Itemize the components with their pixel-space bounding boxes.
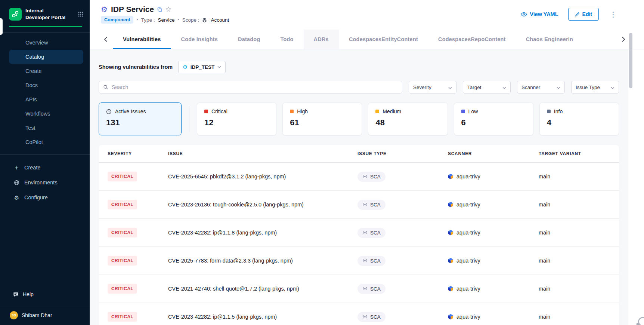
sidebar-item-create[interactable]: Create xyxy=(9,64,83,78)
tabs-scroll-right-icon[interactable] xyxy=(618,30,629,49)
table-row[interactable]: CRITICALCVE-2025-7783: form-data@2.3.3 (… xyxy=(99,247,619,275)
sidebar: Internal Developer Portal OverviewCatalo… xyxy=(0,0,90,325)
filter-label: Target xyxy=(467,85,482,90)
stat-card-critical[interactable]: Critical12 xyxy=(197,102,276,135)
target-filter-select[interactable]: Target xyxy=(463,81,511,93)
avatar: SD xyxy=(10,311,18,319)
stat-label: Medium xyxy=(383,108,401,114)
sidebar-item-apis[interactable]: APIs xyxy=(9,92,83,107)
view-yaml-button[interactable]: View YAML xyxy=(521,11,558,17)
help-button[interactable]: Help xyxy=(0,287,90,301)
chevron-down-icon xyxy=(502,85,506,90)
app-root: Internal Developer Portal OverviewCatalo… xyxy=(0,0,644,325)
user-menu[interactable]: SD Shibam Dhar xyxy=(0,306,90,325)
tab-codespacesentitycontent[interactable]: CodespacesEntityContent xyxy=(339,30,428,49)
table-row[interactable]: CRITICALCVE-2021-42740: shell-quote@1.7.… xyxy=(99,275,619,303)
project-select[interactable]: ⚙ IDP_TEST xyxy=(178,61,226,73)
aqua-trivy-icon xyxy=(448,230,453,236)
stat-card-high[interactable]: High61 xyxy=(282,102,362,135)
scanner-name: aqua-trivy xyxy=(456,314,480,320)
tabs-strip: VulnerabilitiesCode InsightsDatadogTodoA… xyxy=(113,30,618,49)
sidebar-item-test[interactable]: Test xyxy=(9,121,83,135)
aqua-trivy-icon xyxy=(448,286,453,292)
type-label: Type : xyxy=(141,17,155,23)
vertical-scrollbar[interactable] xyxy=(629,33,632,88)
tab-vulnerabilities[interactable]: Vulnerabilities xyxy=(113,30,171,49)
sidebar-actions: +CreateEnvironments⚙Configure xyxy=(0,160,90,205)
star-icon[interactable] xyxy=(165,6,171,12)
aqua-trivy-icon xyxy=(448,202,453,208)
sca-scan-icon xyxy=(362,174,368,179)
scanner-name: aqua-trivy xyxy=(456,174,480,180)
issue-type-pill: SCA xyxy=(357,256,386,266)
severity-badge: CRITICAL xyxy=(108,312,137,322)
table-row[interactable]: CRITICALCVE-2023-42282: ip@1.1.8 (lang-p… xyxy=(99,219,619,247)
table-row[interactable]: CRITICALCVE-2023-26136: tough-cookie@2.5… xyxy=(99,191,619,219)
stats-divider xyxy=(189,106,189,132)
column-header-severity: SEVERITY xyxy=(108,151,168,156)
chevron-down-icon xyxy=(217,66,221,68)
tab-code-insights[interactable]: Code Insights xyxy=(171,30,228,49)
stat-card-low[interactable]: Low6 xyxy=(454,102,533,135)
search-input[interactable] xyxy=(112,84,398,90)
main-area: ⚙ IDP Service Component • Type : Service… xyxy=(90,0,644,325)
issue-title: CVE-2021-42740: shell-quote@1.7.2 (lang-… xyxy=(168,286,357,292)
target-variant: main xyxy=(539,230,619,236)
tab-datadog[interactable]: Datadog xyxy=(228,30,270,49)
sidebar-action-label: Configure xyxy=(24,194,48,200)
search-icon xyxy=(103,85,108,90)
table-row[interactable]: CRITICALCVE-2025-6545: pbkdf2@3.1.2 (lan… xyxy=(99,163,619,191)
stat-card-medium[interactable]: Medium48 xyxy=(368,102,448,135)
sidebar-item-overview[interactable]: Overview xyxy=(9,36,83,50)
sidebar-item-copilot[interactable]: CoPilot xyxy=(9,135,83,149)
tab-codespacesrepocontent[interactable]: CodespacesRepoContent xyxy=(428,30,516,49)
tab-adrs[interactable]: ADRs xyxy=(304,30,339,49)
feedback-widget-icon[interactable] xyxy=(634,314,644,325)
entity-header-left: ⚙ IDP Service Component • Type : Service… xyxy=(101,5,229,30)
meta-separator: • xyxy=(177,17,179,22)
vulnerabilities-panel: Showing vulnerabilities from ⚙ IDP_TEST … xyxy=(99,49,619,325)
issue-title: CVE-2023-42282: ip@1.1.5 (lang-pkgs, npm… xyxy=(168,314,357,320)
sidebar-item-workflows[interactable]: Workflows xyxy=(9,107,83,121)
pipeline-glyph-icon xyxy=(12,11,19,18)
edit-button[interactable]: Edit xyxy=(568,8,599,21)
entity-meta: Component • Type : Service • Scope : Acc… xyxy=(101,16,229,24)
scanner-name: aqua-trivy xyxy=(456,258,480,264)
tab-chaos-engineerin[interactable]: Chaos Engineerin xyxy=(516,30,583,49)
showing-row: Showing vulnerabilities from ⚙ IDP_TEST xyxy=(99,61,619,73)
sidebar-divider xyxy=(0,32,90,33)
stat-card-info[interactable]: Info4 xyxy=(539,102,619,135)
column-header-issue: ISSUE xyxy=(168,151,357,156)
sidebar-action-environments[interactable]: Environments xyxy=(0,175,90,190)
scanner-filter-select[interactable]: Scanner xyxy=(517,81,565,93)
sidebar-item-docs[interactable]: Docs xyxy=(9,78,83,92)
target-variant: main xyxy=(539,258,619,264)
stat-card-active-issues[interactable]: Active Issues131 xyxy=(99,102,182,135)
portal-logo[interactable] xyxy=(9,8,22,21)
aqua-trivy-icon xyxy=(448,314,453,320)
severity-filter-select[interactable]: Severity xyxy=(409,81,456,93)
sidebar-item-catalog[interactable]: Catalog xyxy=(9,50,83,64)
stats-row: Active Issues131Critical12High61Medium48… xyxy=(99,102,619,135)
issue-title: CVE-2025-7783: form-data@2.3.3 (lang-pkg… xyxy=(168,258,357,264)
tabs-scroll-left-icon[interactable] xyxy=(100,30,111,49)
sidebar-action-create[interactable]: +Create xyxy=(0,160,90,175)
more-options-icon[interactable]: ⋮ xyxy=(609,10,618,19)
entity-header-right: View YAML Edit ⋮ xyxy=(521,8,618,21)
table-header-row: SEVERITYISSUEISSUE TYPESCANNERTARGET VAR… xyxy=(99,145,619,163)
sidebar-action-configure[interactable]: ⚙Configure xyxy=(0,190,90,205)
issue-type-filter-select[interactable]: Issue Type xyxy=(571,81,619,93)
table-row[interactable]: CRITICALCVE-2023-42282: ip@1.1.5 (lang-p… xyxy=(99,303,619,325)
copy-icon[interactable] xyxy=(157,7,162,12)
issue-type-pill: SCA xyxy=(357,228,386,238)
stat-label: High xyxy=(297,108,308,114)
page-title: IDP Service xyxy=(111,5,154,14)
stat-value: 131 xyxy=(106,118,174,128)
stat-label: Info xyxy=(554,108,563,114)
tab-todo[interactable]: Todo xyxy=(270,30,303,49)
filters-row: SeverityTargetScannerIssue Type xyxy=(99,81,619,93)
project-icon: ⚙ xyxy=(183,64,188,70)
target-variant: main xyxy=(539,174,619,180)
apps-grid-icon[interactable] xyxy=(78,11,84,17)
issue-type-label: SCA xyxy=(370,174,381,180)
